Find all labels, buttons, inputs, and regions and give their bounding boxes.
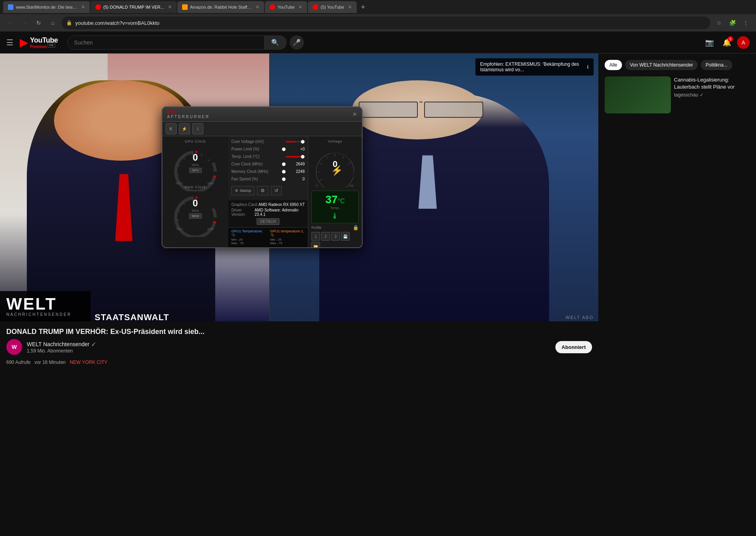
msi-graph-area: GPU1 Temperature, °C Min : 25 Max : 79 G… — [228, 227, 308, 248]
tab-favicon-4 — [270, 4, 275, 10]
fan-speed-value: 0 — [289, 177, 305, 181]
extensions-icon[interactable]: 🧩 — [727, 17, 738, 28]
notifications-button[interactable]: 🔔 5 — [720, 35, 734, 50]
rec-title-1: Cannabis-Legalisierung: Lauterbach stell… — [674, 76, 750, 91]
msi-settings-button[interactable]: K — [166, 123, 177, 134]
filter-chip-channel[interactable]: Von WELT Nachrichtensender — [625, 60, 698, 70]
msi-info-button[interactable]: i — [192, 123, 203, 134]
tab-title-1: www.StartMonitor.de: Die beste... — [16, 5, 77, 9]
tab-close-1[interactable]: ✕ — [81, 4, 85, 10]
tab-close-3[interactable]: ✕ — [255, 4, 259, 10]
browser-tab-5[interactable]: (5) YouTube ✕ — [308, 1, 357, 13]
svg-text:500: 500 — [176, 182, 181, 185]
filter-chip-alle[interactable]: Alle — [605, 60, 622, 70]
welt-abo-watermark: WELT ABO — [566, 315, 594, 320]
tab-bar: www.StartMonitor.de: Die beste... ✕ (5) … — [0, 0, 756, 14]
filter-chip-politik[interactable]: Politikna... — [701, 60, 732, 70]
svg-text:3500: 3500 — [207, 182, 214, 185]
core-voltage-fill — [286, 141, 295, 143]
gpu-temp2-label: GPU1 temperature 2, °C — [270, 229, 305, 237]
graphics-card-row: Graphics Card: AMD Radeon RX 6950 XT — [231, 202, 305, 207]
msi-left-gauges: GPU Clock — [162, 136, 228, 248]
tab-title-5: (5) YouTube — [320, 5, 344, 9]
browser-tab-3[interactable]: Amazon.de: Rabbit Hole Staffel 1... ✕ — [177, 1, 264, 13]
tab-favicon-5 — [313, 4, 318, 10]
msi-close-button[interactable]: ✕ — [352, 111, 357, 117]
rec-verified-icon-1: ✓ — [700, 92, 704, 98]
browser-tab-2[interactable]: (5) DONALD TRUMP IM VER... ✕ — [91, 1, 177, 13]
temp-limit-row: Temp. Limit (°C) — [231, 154, 305, 159]
svg-line-36 — [343, 156, 344, 159]
profile-btn-1[interactable]: 1 — [311, 232, 320, 241]
gpu-clock-label: GPU Clock — [185, 139, 206, 143]
msi-sliders: Core Voltage (mV) Power Limit (%) +0 — [228, 136, 308, 200]
profile-btn-save[interactable]: 💾 — [341, 232, 350, 241]
detach-button[interactable]: DETACH — [257, 218, 279, 225]
back-button[interactable]: ← — [5, 17, 16, 28]
core-voltage-slider[interactable] — [286, 141, 305, 143]
browser-tab-1[interactable]: www.StartMonitor.de: Die beste... ✕ — [3, 1, 90, 13]
home-button[interactable]: ⌂ — [47, 17, 58, 28]
video-info: DONALD TRUMP IM VERHÖR: Ex-US-Präsident … — [0, 321, 598, 373]
fan-speed-row: Fan Speed (%) 0 — [231, 177, 305, 181]
tab-title-3: Amazon.de: Rabbit Hole Staffel 1... — [190, 5, 251, 9]
voltage-value: 0 — [332, 159, 338, 169]
profile-btn-load[interactable]: 📂 — [311, 242, 320, 248]
svg-text:4750: 4750 — [207, 228, 214, 230]
memory-clock-thumb — [282, 170, 286, 174]
address-bar[interactable]: 🔒 youtube.com/watch?v=vomBAL0kkto — [61, 17, 710, 29]
core-clock-row: Core Clock (MHz) 2649 — [231, 162, 305, 166]
subscribe-button[interactable]: Abonniert — [555, 341, 592, 353]
create-button[interactable]: 📷 — [702, 35, 717, 50]
core-clock-thumb — [282, 162, 286, 166]
tab-close-4[interactable]: ✕ — [298, 4, 302, 10]
temp-limit-slider[interactable] — [286, 156, 305, 158]
header-right-actions: 📷 🔔 5 A — [702, 35, 750, 50]
startup-button[interactable]: ⚙ Startup — [231, 186, 255, 195]
user-avatar[interactable]: A — [737, 36, 750, 49]
msi-right-gauges: Voltage ⚡ — [308, 136, 362, 248]
msi-profiles-button[interactable]: ⚡ — [179, 123, 190, 134]
temp-gauge-label: Temp. — [317, 206, 354, 210]
search-button[interactable]: 🔍 — [264, 35, 287, 50]
svg-line-8 — [208, 160, 210, 161]
core-voltage-thumb — [301, 140, 305, 144]
recommended-item-1[interactable]: Cannabis-Legalisierung: Lauterbach stell… — [605, 76, 750, 113]
svg-line-37 — [348, 163, 351, 164]
reset-button[interactable]: ↺ — [271, 186, 282, 195]
welt-logo: WELT — [6, 296, 84, 312]
channel-avatar[interactable]: W — [6, 339, 22, 355]
gpu-clock-value: 0 — [189, 152, 201, 163]
profile-btn-3[interactable]: 3 — [331, 232, 340, 241]
settings-btn-2[interactable]: ⚙ — [257, 186, 268, 195]
tab-close-2[interactable]: ✕ — [168, 4, 172, 10]
channel-name: WELT Nachrichtensender ✓ — [27, 341, 551, 348]
browser-tab-4[interactable]: YouTube ✕ — [265, 1, 307, 13]
profile-btn-2[interactable]: 2 — [321, 232, 330, 241]
bookmarks-icon[interactable]: ☆ — [713, 17, 724, 28]
new-tab-button[interactable]: + — [358, 2, 369, 13]
mem-label-badge: MEM — [189, 213, 202, 219]
msi-title-text: AFTERBURNER — [167, 115, 210, 119]
reload-button[interactable]: ↻ — [33, 17, 44, 28]
subscriber-count: 1,59 Mio. Abonnenten — [27, 348, 551, 354]
url-text: youtube.com/watch?v=vomBAL0kkto — [75, 20, 706, 26]
power-limit-label: Power Limit (%) — [231, 147, 283, 151]
forward-button[interactable]: → — [19, 17, 30, 28]
voltage-gauge-container: ⚡ 0 194 0 — [311, 144, 359, 187]
hamburger-menu-icon[interactable]: ☰ — [6, 38, 13, 47]
profile-row: Profile 🔒 — [311, 225, 359, 230]
startup-label: Startup — [240, 189, 251, 193]
graph-1-header: GPU1 Temperature, °C Min : 25 Max : 79 — [231, 229, 264, 245]
youtube-logo[interactable]: ▶ YouTube Premium DE — [20, 36, 58, 49]
graph-svg: 100 0 37 39 — [231, 247, 305, 248]
notification-info-icon[interactable]: ℹ — [587, 64, 589, 70]
msi-brand-text: MSI — [167, 109, 210, 114]
temp-unit: °C — [338, 198, 345, 205]
search-input[interactable] — [67, 35, 264, 50]
tab-close-5[interactable]: ✕ — [348, 4, 352, 10]
graph-2-header: GPU1 temperature 2, °C Min : 25 Max : 79 — [270, 229, 305, 245]
mem-clock-label: Mem Clock — [184, 185, 206, 189]
voice-search-button[interactable]: 🎤 — [290, 35, 304, 50]
settings-icon[interactable]: ⋮ — [740, 17, 751, 28]
